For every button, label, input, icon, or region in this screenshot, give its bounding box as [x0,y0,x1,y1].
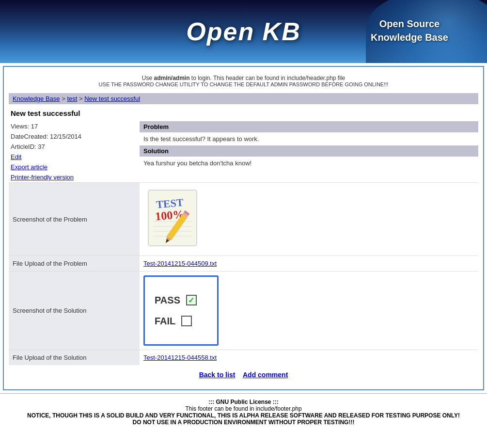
breadcrumb-category[interactable]: test [67,95,77,102]
admin-notice-suffix: to login. This header can be found in in… [190,75,346,81]
admin-warning: USE THE PASSWORD CHANGE UTILITY TO CHANG… [12,81,475,87]
date-item: DateCreated: 12/15/2014 [9,131,140,142]
printer-link[interactable]: Printer-friendly version [9,172,140,182]
passfail-image: PASS ✓ FAIL [143,275,219,346]
views-label: Views: [11,123,29,130]
views-value: 17 [31,123,38,130]
back-to-list-link[interactable]: Back to list [199,371,236,379]
views-item: Views: 17 [9,121,140,131]
articleid-label: ArticleID: [11,143,36,150]
footer-title: ::: GNU Public License ::: [5,399,482,405]
file-solution-content: Test-20141215-044558.txt [140,350,478,365]
admin-notice: Use admin/admin to login. This header ca… [9,72,478,90]
admin-credentials: admin/admin [154,75,189,81]
problem-header: Problem [140,121,478,132]
left-panel: Views: 17 DateCreated: 12/15/2014 Articl… [9,121,140,182]
page-header: Open KB Open Source Knowledge Base [0,0,487,63]
footer-warning2: DO NOT USE IN A PRODUCTION ENVIRONMENT W… [5,419,482,426]
pass-checkbox: ✓ [186,295,197,305]
solution-header: Solution [140,145,478,157]
export-link[interactable]: Export article [9,162,140,172]
date-label: DateCreated: [11,133,48,140]
solution-body: Yea furshur you betcha don'tcha know! [140,157,478,170]
article-title: New test successful [9,107,478,121]
screenshot-solution-label: Screenshot of the Solution [9,272,140,350]
screenshot-problem-row: Screenshot of the Problem TEST 100% [9,182,478,256]
file-problem-link[interactable]: Test-20141215-044509.txt [143,260,217,267]
file-solution-row: File Upload of the Solution Test-2014121… [9,350,478,365]
top-section: Views: 17 DateCreated: 12/15/2014 Articl… [9,121,478,182]
main-wrapper: Use admin/admin to login. This header ca… [3,66,484,390]
edit-link[interactable]: Edit [9,152,140,162]
logo-text: Open KB [186,17,300,46]
page-footer: ::: GNU Public License ::: This footer c… [0,393,487,431]
test-paper-image: TEST 100% [143,188,221,251]
pass-row: PASS ✓ [155,295,197,306]
fail-checkbox [181,316,192,326]
file-problem-content: Test-20141215-044509.txt [140,256,478,271]
breadcrumb: Knowledge Base > test > New test success… [9,93,478,104]
file-problem-label: File Upload of the Problem [9,256,140,271]
admin-notice-line1: Use admin/admin to login. This header ca… [12,75,475,81]
articleid-item: ArticleID: 37 [9,142,140,152]
file-solution-label: File Upload of the Solution [9,350,140,365]
screenshot-problem-label: Screenshot of the Problem [9,183,140,256]
subtitle-line1: Open Source [371,17,448,31]
fail-row: FAIL [155,316,192,327]
subtitle-line2: Knowledge Base [371,31,448,44]
problem-body: Is the test successful? It appears to wo… [140,132,478,145]
file-solution-link[interactable]: Test-20141215-044558.txt [143,354,217,361]
add-comment-link[interactable]: Add comment [243,371,288,379]
breadcrumb-current[interactable]: New test successful [84,95,140,102]
screenshot-solution-content: PASS ✓ FAIL [140,272,478,350]
footer-warning1: NOTICE, THOUGH THIS IS A SOLID BUILD AND… [5,412,482,419]
file-problem-row: File Upload of the Problem Test-20141215… [9,256,478,271]
pass-label: PASS [155,295,180,306]
screenshot-problem-content: TEST 100% [140,183,478,256]
admin-notice-prefix: Use [142,75,154,81]
date-value: 12/15/2014 [50,133,81,140]
breadcrumb-home[interactable]: Knowledge Base [13,95,60,102]
screenshot-solution-row: Screenshot of the Solution PASS ✓ FAIL [9,271,478,350]
fail-label: FAIL [155,316,175,327]
header-subtitle: Open Source Knowledge Base [371,17,448,44]
breadcrumb-sep1: > [60,95,67,102]
right-panel: Problem Is the test successful? It appea… [140,121,478,182]
breadcrumb-sep2: > [77,95,84,102]
articleid-value: 37 [38,143,45,150]
footer-line2: This footer can be found in include/foot… [5,405,482,412]
bottom-actions: Back to list Add comment [9,365,478,384]
